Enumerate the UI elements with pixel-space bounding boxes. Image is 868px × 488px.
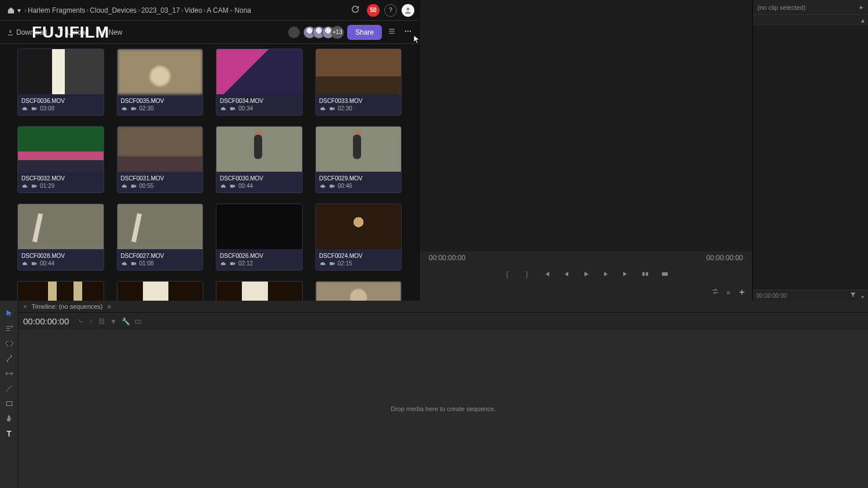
list-view-button[interactable]: [385, 25, 398, 39]
clip-duration: 03:08: [40, 105, 54, 112]
home-icon: [7, 6, 15, 14]
step-forward-button[interactable]: [601, 271, 611, 278]
clip-thumbnail: [316, 127, 402, 172]
clip-meta: 02:30: [316, 105, 402, 115]
breadcrumb-item[interactable]: A CAM - Nona: [207, 6, 251, 14]
expand-button[interactable]: »: [726, 289, 730, 297]
selection-tool[interactable]: [3, 308, 15, 319]
breadcrumb-bar: ▾ › Harlem Fragments › Cloud_Devices › 2…: [0, 0, 419, 21]
track-select-tool[interactable]: [3, 323, 15, 334]
clip-item[interactable]: DSCF0031.MOV00:55: [117, 126, 204, 193]
svg-rect-21: [646, 272, 648, 276]
pen-tool[interactable]: [3, 383, 15, 394]
clip-item[interactable]: [216, 281, 303, 301]
breadcrumb-item[interactable]: Cloud_Devices: [90, 6, 137, 14]
collaborator-stack[interactable]: +13: [303, 26, 344, 39]
upload-button[interactable]: Upload: [55, 26, 91, 39]
more-button[interactable]: [402, 25, 414, 39]
notification-badge[interactable]: 50: [367, 4, 380, 17]
inspector-expand-button[interactable]: ▸: [860, 3, 863, 11]
clip-item[interactable]: DSCF0026.MOV02:12: [216, 204, 303, 271]
filter-button[interactable]: [849, 293, 858, 300]
breadcrumb-item[interactable]: Harlem Fragments: [28, 6, 85, 14]
clip-meta: 00:46: [316, 183, 402, 193]
marker-button[interactable]: ▼: [110, 317, 117, 326]
breadcrumb-item[interactable]: 2023_03_17: [141, 6, 180, 14]
timecode-right: 00:00:00:00: [707, 254, 743, 262]
timeline-tab-menu[interactable]: ≡: [108, 303, 111, 310]
go-to-end-button[interactable]: [620, 271, 631, 278]
clip-item[interactable]: DSCF0034.MOV00:34: [216, 49, 303, 116]
inspector-title: (no clip selected): [757, 4, 806, 11]
clip-item[interactable]: DSCF0028.MOV00:44: [17, 204, 104, 271]
mark-out-button[interactable]: }: [522, 270, 532, 278]
inspector-body: [753, 25, 868, 290]
timeline-timecode[interactable]: 00:00:00:00: [23, 316, 69, 326]
ripple-tool[interactable]: [3, 338, 15, 349]
next-button[interactable]: ▸: [862, 293, 865, 300]
clip-item[interactable]: [17, 281, 104, 301]
razor-tool[interactable]: [3, 353, 15, 364]
text-tool[interactable]: T: [3, 428, 15, 439]
clip-item[interactable]: DSCF0036.MOV03:08: [17, 49, 104, 116]
plus-icon: [99, 29, 106, 36]
video-icon: [329, 106, 336, 112]
mark-in-button[interactable]: {: [502, 270, 513, 278]
clip-thumbnail: [216, 127, 302, 172]
clip-thumbnail: [117, 49, 203, 94]
clip-item[interactable]: DSCF0030.MOV00:44: [216, 126, 303, 193]
cloud-icon: [319, 261, 326, 267]
insert-button[interactable]: [640, 271, 650, 278]
snap-button[interactable]: ⤷: [78, 317, 84, 326]
loop-button[interactable]: [711, 287, 719, 297]
help-button[interactable]: ?: [384, 4, 397, 17]
cloud-icon: [121, 261, 128, 267]
clip-thumbnail: [216, 49, 302, 94]
pen-icon: [5, 385, 13, 393]
inspector-collapse-button[interactable]: ▴: [861, 16, 865, 24]
clip-item[interactable]: DSCF0035.MOV02:30: [117, 49, 204, 116]
clip-grid[interactable]: DSCF0036.MOV03:08DSCF0035.MOV02:30DSCF00…: [0, 44, 419, 301]
rectangle-tool[interactable]: [3, 398, 15, 409]
clip-item[interactable]: [315, 281, 402, 301]
overwrite-button[interactable]: [660, 271, 670, 278]
slip-tool[interactable]: [3, 368, 15, 379]
clip-item[interactable]: DSCF0033.MOV02:30: [315, 49, 402, 116]
go-to-start-button[interactable]: [542, 271, 552, 278]
clip-item[interactable]: DSCF0032.MOV01:29: [17, 126, 104, 193]
link-button[interactable]: ⛓: [98, 317, 105, 326]
chevron-right-icon: ›: [138, 6, 140, 14]
new-button[interactable]: New: [97, 26, 124, 39]
refresh-button[interactable]: [348, 2, 362, 18]
clip-filename: DSCF0028.MOV: [18, 249, 104, 260]
share-button[interactable]: Share: [347, 25, 382, 40]
clip-filename: DSCF0024.MOV: [316, 249, 402, 260]
hand-tool[interactable]: [3, 413, 15, 424]
magnet-button[interactable]: ∩: [89, 317, 94, 326]
step-back-button[interactable]: [561, 271, 572, 278]
clip-item[interactable]: DSCF0029.MOV00:46: [315, 126, 402, 193]
collaborator-extra-count: +13: [331, 26, 344, 39]
wrench-button[interactable]: 🔧: [122, 317, 130, 326]
download-button[interactable]: Download: [5, 26, 49, 39]
clip-duration: 01:29: [40, 183, 54, 189]
timeline-tab-label[interactable]: Timeline: (no sequences): [31, 303, 102, 310]
tab-close-button[interactable]: ×: [23, 303, 27, 310]
timeline-drop-area[interactable]: Drop media here to create sequence.: [19, 330, 868, 488]
breadcrumb-item[interactable]: Video: [185, 6, 202, 14]
viewer-canvas[interactable]: [420, 0, 752, 252]
clip-duration: 02:30: [338, 105, 352, 112]
play-button[interactable]: [581, 271, 591, 278]
clip-thumbnail: [316, 204, 402, 249]
clip-meta: 00:44: [18, 260, 104, 270]
clip-item[interactable]: DSCF0027.MOV01:08: [117, 204, 204, 271]
add-button[interactable]: ＋: [737, 286, 746, 298]
home-button[interactable]: ▾: [5, 4, 23, 17]
clip-item[interactable]: [117, 281, 204, 301]
tool-palette: T: [0, 301, 19, 488]
clip-item[interactable]: DSCF0024.MOV02:15: [315, 204, 402, 271]
cc-button[interactable]: cc: [135, 317, 142, 326]
pointer-icon: [5, 309, 13, 317]
user-avatar[interactable]: [402, 4, 414, 17]
clip-filename: DSCF0035.MOV: [117, 94, 203, 105]
